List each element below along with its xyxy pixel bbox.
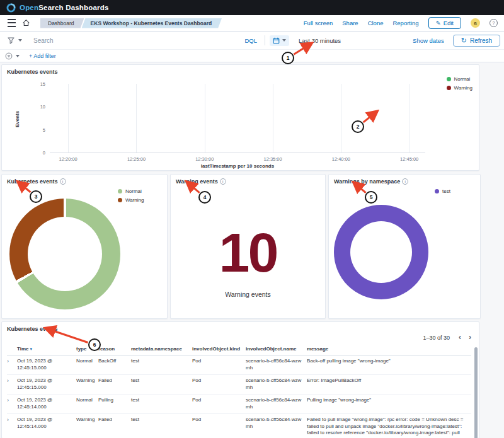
cell-type: Normal bbox=[76, 395, 98, 414]
clone-link[interactable]: Clone bbox=[368, 20, 384, 26]
search-input[interactable]: Search bbox=[33, 37, 54, 44]
legend-label: Normal bbox=[125, 188, 142, 194]
calendar-icon bbox=[273, 37, 280, 44]
table-row: ›Oct 19, 2023 @ 12:45:15.000WarningFaile… bbox=[7, 375, 471, 395]
events-donut-chart[interactable] bbox=[9, 199, 120, 309]
app-title: OpenSearch Dashboards bbox=[20, 4, 109, 11]
query-bar-right: DQL Last 30 minutes Show dates ↻ Refresh bbox=[237, 35, 500, 47]
date-picker-button[interactable] bbox=[270, 35, 289, 46]
help-icon[interactable]: ? bbox=[490, 19, 498, 27]
x-tick-label: 12:30:00 bbox=[195, 156, 214, 162]
legend-dot bbox=[435, 189, 439, 193]
app-title-open: Open bbox=[20, 4, 38, 11]
row-expand-icon[interactable]: › bbox=[7, 395, 17, 414]
legend-item-warning[interactable]: Warning bbox=[118, 197, 144, 203]
ts-plot[interactable]: 051015 bbox=[50, 84, 425, 153]
reporting-link[interactable]: Reporting bbox=[392, 20, 418, 26]
x-tick-label: 12:40:00 bbox=[332, 156, 350, 162]
pagination-next-icon[interactable]: › bbox=[469, 333, 471, 342]
ts-legend: NormalWarning bbox=[447, 76, 473, 91]
panel-kubernetes-events-timeseries: Kubernetes events Events 051015 12:20:00… bbox=[1, 64, 479, 171]
metric-label: Warning events bbox=[171, 291, 325, 298]
query-language-button[interactable]: DQL bbox=[237, 37, 265, 44]
home-icon[interactable] bbox=[22, 19, 30, 27]
refresh-button-label: Refresh bbox=[470, 37, 492, 44]
gridline bbox=[68, 84, 69, 153]
gridline bbox=[273, 84, 273, 153]
cell-namespace: test bbox=[131, 375, 192, 395]
legend-label: Warning bbox=[125, 197, 144, 203]
chevron-down-icon[interactable] bbox=[16, 55, 20, 57]
cell-time: Oct 19, 2023 @ 12:45:14.000 bbox=[17, 395, 76, 414]
panel-title-text: Warning events bbox=[176, 178, 218, 185]
pencil-icon: ✎ bbox=[436, 20, 441, 26]
legend-label: Normal bbox=[454, 76, 471, 82]
filter-bar: + Add filter bbox=[0, 50, 504, 62]
column-header-type: type bbox=[76, 345, 98, 355]
query-bar: Search DQL Last 30 minutes Show dates ↻ … bbox=[0, 32, 504, 50]
breadcrumb-dashboard[interactable]: Dashboard bbox=[40, 18, 84, 28]
x-tick-label: 12:20:00 bbox=[59, 156, 77, 162]
time-range-value[interactable]: Last 30 minutes bbox=[299, 37, 341, 44]
cell-kind: Pod bbox=[192, 414, 246, 438]
row-expand-icon[interactable]: › bbox=[7, 414, 17, 438]
row-expand-icon[interactable]: › bbox=[7, 375, 17, 395]
x-tick-label: 12:35:00 bbox=[263, 156, 282, 162]
gridline bbox=[136, 84, 137, 153]
app-header: OpenSearch Dashboards bbox=[0, 0, 504, 15]
y-tick-label: 15 bbox=[40, 81, 45, 87]
pagination-label: 1–30 of 30 bbox=[423, 335, 450, 341]
pagination-prev-icon[interactable]: ‹ bbox=[459, 333, 461, 342]
cell-message: Error: ImagePullBackOff bbox=[307, 375, 471, 395]
x-axis-ticks: 12:20:0012:25:0012:30:0012:35:0012:40:00… bbox=[50, 156, 425, 162]
column-header-kind: involvedObject.kind bbox=[192, 345, 246, 355]
cell-reason: Failed bbox=[98, 375, 131, 395]
row-expand-icon[interactable]: › bbox=[7, 355, 17, 375]
legend-label: Warning bbox=[454, 85, 473, 91]
cell-time: Oct 19, 2023 @ 12:45:15.000 bbox=[17, 355, 76, 375]
legend-dot bbox=[447, 77, 451, 81]
info-icon[interactable]: i bbox=[402, 178, 408, 185]
breadcrumb-current-dashboard[interactable]: EKS Workshop - Kubernetes Events Dashboa… bbox=[82, 18, 222, 28]
legend-item-normal[interactable]: Normal bbox=[447, 76, 473, 82]
saved-query-menu[interactable] bbox=[8, 37, 22, 44]
share-link[interactable]: Share bbox=[342, 20, 358, 26]
table-scrollbar[interactable] bbox=[474, 347, 478, 438]
column-header-time[interactable]: Time▾ bbox=[17, 345, 76, 355]
panel-title: Kubernetes eventsi bbox=[2, 175, 167, 185]
cell-message: Failed to pull image "wrong-image": rpc … bbox=[307, 414, 471, 438]
avatar[interactable]: a bbox=[471, 18, 480, 28]
legend-item-warning[interactable]: Warning bbox=[447, 85, 473, 91]
sort-desc-icon: ▾ bbox=[30, 347, 33, 351]
legend-item-test[interactable]: test bbox=[435, 188, 450, 194]
chevron-down-icon bbox=[18, 39, 22, 42]
info-icon[interactable]: i bbox=[220, 178, 226, 185]
separator bbox=[265, 35, 265, 45]
donut-hole bbox=[350, 221, 412, 283]
column-header-namespace: metadata.namespace bbox=[131, 345, 192, 355]
x-axis-title: lastTimestamp per 10 seconds bbox=[50, 163, 425, 169]
table-row: ›Oct 19, 2023 @ 12:45:14.000WarningFaile… bbox=[7, 414, 471, 438]
cell-reason: Failed bbox=[98, 414, 131, 438]
y-axis-title: Events bbox=[14, 111, 20, 127]
y-tick-label: 0 bbox=[43, 150, 45, 156]
donut-events-legend: NormalWarning bbox=[118, 188, 144, 203]
menu-icon[interactable] bbox=[8, 19, 16, 27]
cell-time: Oct 19, 2023 @ 12:45:15.000 bbox=[17, 375, 76, 395]
y-tick-label: 10 bbox=[40, 104, 45, 110]
legend-dot bbox=[118, 198, 122, 202]
panel-title-text: Kubernetes events bbox=[7, 178, 58, 185]
dashboard-content: Kubernetes events Events 051015 12:20:00… bbox=[0, 62, 504, 438]
show-dates-link[interactable]: Show dates bbox=[413, 37, 444, 44]
full-screen-link[interactable]: Full screen bbox=[304, 20, 333, 26]
edit-button[interactable]: ✎ Edit bbox=[428, 17, 461, 29]
add-filter-link[interactable]: + Add filter bbox=[29, 53, 56, 59]
filter-menu-icon[interactable] bbox=[5, 52, 13, 60]
cell-name: scenario-b-cff56c84-wzwmh bbox=[246, 395, 307, 414]
panel-title: Kubernetes events bbox=[2, 322, 479, 332]
refresh-button[interactable]: ↻ Refresh bbox=[453, 35, 500, 47]
legend-item-normal[interactable]: Normal bbox=[118, 188, 144, 194]
info-icon[interactable]: i bbox=[60, 178, 66, 185]
namespace-donut-chart[interactable] bbox=[334, 205, 428, 299]
cell-type: Warning bbox=[76, 414, 98, 438]
